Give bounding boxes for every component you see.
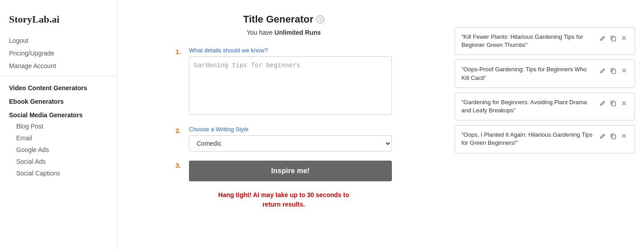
result-text-1: "Kill Fewer Plants: Hilarious Gardening …	[461, 33, 594, 49]
result-text-2: "Oops-Proof Gardening: Tips for Beginner…	[461, 65, 594, 82]
social-media-generators-section[interactable]: Social Media Generators	[0, 107, 117, 120]
logo: StoryLab.ai	[0, 9, 117, 34]
copy-button-1[interactable]	[609, 34, 618, 42]
result-card-4: "Oops, I Planted It Again: Hilarious Gar…	[455, 125, 635, 153]
step2-number: 2.	[175, 126, 184, 134]
sidebar: StoryLab.ai Logout Pricing/Upgrade Manag…	[0, 0, 117, 249]
step3-number: 3.	[175, 161, 184, 169]
close-button-3[interactable]: ✕	[620, 98, 628, 109]
step1-row: 1. What details should we know?	[175, 47, 392, 117]
form-area: 1. What details should we know? 2. Choos…	[175, 47, 392, 209]
svg-rect-0	[612, 37, 616, 41]
step2-content: Choose a Writing Style ComedicProfession…	[189, 126, 392, 152]
main-content: Title Generator ⓘ You have Unlimited Run…	[117, 0, 450, 249]
svg-rect-2	[612, 102, 616, 106]
result-actions-2: ✕	[598, 65, 628, 76]
result-actions-3: ✕	[598, 98, 628, 109]
pricing-link[interactable]: Pricing/Upgrade	[0, 47, 117, 60]
copy-button-2[interactable]	[609, 67, 618, 75]
step2-label: Choose a Writing Style	[189, 126, 392, 133]
sidebar-divider	[0, 76, 117, 76]
social-captions-link[interactable]: Social Captions	[0, 167, 117, 179]
step3-row: 3. Inspire me!	[175, 161, 392, 181]
page-title: Title Generator	[243, 14, 313, 25]
logout-link[interactable]: Logout	[0, 34, 117, 47]
edit-button-4[interactable]	[598, 132, 607, 140]
results-panel: "Kill Fewer Plants: Hilarious Gardening …	[450, 0, 644, 249]
unlimited-banner: You have Unlimited Runs	[247, 29, 321, 36]
page-title-row: Title Generator ⓘ	[243, 14, 324, 25]
result-text-4: "Oops, I Planted It Again: Hilarious Gar…	[461, 131, 594, 147]
social-ads-link[interactable]: Social Ads	[0, 156, 117, 167]
blog-post-link[interactable]: Blog Post	[0, 120, 117, 132]
step1-number: 1.	[175, 47, 184, 55]
details-textarea[interactable]	[189, 56, 392, 115]
svg-rect-1	[612, 69, 616, 74]
close-button-4[interactable]: ✕	[620, 131, 628, 141]
ebook-generators-section[interactable]: Ebook Generators	[0, 93, 117, 107]
info-icon[interactable]: ⓘ	[316, 15, 324, 23]
result-actions-4: ✕	[598, 131, 628, 141]
svg-rect-3	[612, 135, 616, 139]
edit-button-3[interactable]	[598, 99, 607, 107]
step1-content: What details should we know?	[189, 47, 392, 117]
result-card-1: "Kill Fewer Plants: Hilarious Gardening …	[455, 27, 635, 55]
warning-text: Hang tight! AI may take up to 30 seconds…	[175, 190, 392, 209]
close-button-1[interactable]: ✕	[620, 33, 628, 43]
writing-style-select[interactable]: ComedicProfessionalCasualInspirationalEd…	[189, 135, 392, 152]
copy-button-4[interactable]	[609, 132, 618, 140]
result-card-3: "Gardening for Beginners: Avoiding Plant…	[455, 92, 635, 120]
edit-button-1[interactable]	[598, 34, 607, 42]
close-button-2[interactable]: ✕	[620, 65, 628, 76]
result-actions-1: ✕	[598, 33, 628, 43]
step1-label: What details should we know?	[189, 47, 392, 54]
result-card-2: "Oops-Proof Gardening: Tips for Beginner…	[455, 60, 635, 88]
inspire-button[interactable]: Inspire me!	[189, 161, 392, 181]
email-link[interactable]: Email	[0, 132, 117, 144]
edit-button-2[interactable]	[598, 67, 607, 75]
video-content-generators-section[interactable]: Video Content Generators	[0, 80, 117, 93]
manage-account-link[interactable]: Manage Account	[0, 60, 117, 72]
step2-row: 2. Choose a Writing Style ComedicProfess…	[175, 126, 392, 152]
step3-content: Inspire me!	[189, 161, 392, 181]
result-text-3: "Gardening for Beginners: Avoiding Plant…	[461, 98, 594, 115]
google-ads-link[interactable]: Google Ads	[0, 144, 117, 156]
copy-button-3[interactable]	[609, 99, 618, 107]
